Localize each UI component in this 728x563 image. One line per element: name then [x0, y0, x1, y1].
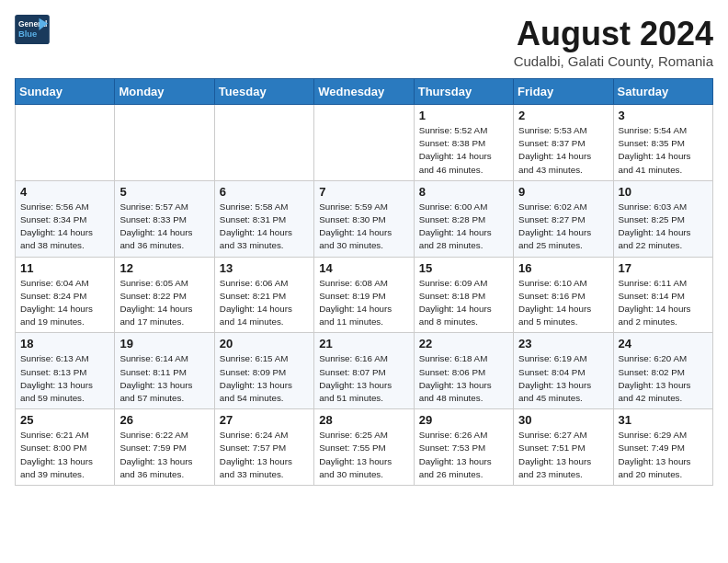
calendar-cell: 3Sunrise: 5:54 AM Sunset: 8:35 PM Daylig… [613, 105, 712, 181]
day-info: Sunrise: 6:06 AM Sunset: 8:21 PM Dayligh… [220, 277, 309, 329]
day-info: Sunrise: 6:10 AM Sunset: 8:16 PM Dayligh… [518, 277, 608, 329]
day-info: Sunrise: 6:27 AM Sunset: 7:51 PM Dayligh… [518, 429, 608, 481]
day-number: 20 [220, 337, 309, 350]
day-number: 10 [619, 185, 708, 199]
day-info: Sunrise: 6:15 AM Sunset: 8:09 PM Dayligh… [220, 352, 309, 405]
day-info: Sunrise: 6:25 AM Sunset: 7:55 PM Dayligh… [319, 429, 408, 481]
calendar-cell: 15Sunrise: 6:09 AM Sunset: 8:18 PM Dayli… [414, 257, 513, 333]
day-number: 12 [119, 261, 209, 275]
day-info: Sunrise: 6:13 AM Sunset: 8:13 PM Dayligh… [20, 352, 109, 405]
day-info: Sunrise: 6:09 AM Sunset: 8:18 PM Dayligh… [419, 277, 508, 329]
calendar-cell: 25Sunrise: 6:21 AM Sunset: 8:00 PM Dayli… [16, 409, 115, 486]
day-number: 19 [119, 337, 209, 350]
day-number: 22 [419, 337, 508, 350]
day-info: Sunrise: 5:57 AM Sunset: 8:33 PM Dayligh… [119, 201, 209, 253]
day-number: 14 [319, 261, 408, 275]
day-number: 7 [319, 185, 408, 199]
location-subtitle: Cudalbi, Galati County, Romania [514, 53, 713, 69]
day-number: 8 [419, 185, 508, 199]
weekday-header-wednesday: Wednesday [314, 79, 414, 105]
calendar-week-row: 18Sunrise: 6:13 AM Sunset: 8:13 PM Dayli… [16, 333, 713, 409]
day-number: 2 [518, 109, 608, 122]
day-info: Sunrise: 6:26 AM Sunset: 7:53 PM Dayligh… [419, 429, 508, 481]
day-info: Sunrise: 6:04 AM Sunset: 8:24 PM Dayligh… [20, 277, 109, 329]
day-number: 30 [518, 413, 608, 427]
day-number: 13 [220, 261, 309, 275]
day-number: 5 [119, 185, 209, 199]
day-info: Sunrise: 6:00 AM Sunset: 8:28 PM Dayligh… [419, 201, 508, 253]
calendar-cell: 22Sunrise: 6:18 AM Sunset: 8:06 PM Dayli… [414, 333, 513, 409]
day-number: 6 [220, 185, 309, 199]
calendar-cell: 27Sunrise: 6:24 AM Sunset: 7:57 PM Dayli… [214, 409, 313, 486]
calendar-cell: 10Sunrise: 6:03 AM Sunset: 8:25 PM Dayli… [613, 180, 712, 257]
weekday-header-row: SundayMondayTuesdayWednesdayThursdayFrid… [16, 79, 713, 105]
day-info: Sunrise: 6:02 AM Sunset: 8:27 PM Dayligh… [518, 201, 608, 253]
calendar-cell: 18Sunrise: 6:13 AM Sunset: 8:13 PM Dayli… [16, 333, 115, 409]
day-info: Sunrise: 6:14 AM Sunset: 8:11 PM Dayligh… [119, 352, 209, 405]
calendar-cell: 14Sunrise: 6:08 AM Sunset: 8:19 PM Dayli… [314, 257, 414, 333]
calendar-cell [314, 105, 414, 181]
calendar-cell: 21Sunrise: 6:16 AM Sunset: 8:07 PM Dayli… [314, 333, 414, 409]
calendar-cell [214, 105, 313, 181]
day-info: Sunrise: 6:11 AM Sunset: 8:14 PM Dayligh… [619, 277, 708, 329]
day-info: Sunrise: 6:18 AM Sunset: 8:06 PM Dayligh… [419, 352, 508, 405]
day-info: Sunrise: 6:16 AM Sunset: 8:07 PM Dayligh… [319, 352, 408, 405]
day-info: Sunrise: 5:52 AM Sunset: 8:38 PM Dayligh… [419, 124, 508, 177]
weekday-header-sunday: Sunday [16, 79, 115, 105]
day-number: 28 [319, 413, 408, 427]
weekday-header-saturday: Saturday [613, 79, 712, 105]
calendar-cell: 24Sunrise: 6:20 AM Sunset: 8:02 PM Dayli… [613, 333, 712, 409]
calendar-week-row: 11Sunrise: 6:04 AM Sunset: 8:24 PM Dayli… [16, 257, 713, 333]
calendar-cell: 30Sunrise: 6:27 AM Sunset: 7:51 PM Dayli… [514, 409, 613, 486]
calendar-cell: 13Sunrise: 6:06 AM Sunset: 8:21 PM Dayli… [214, 257, 313, 333]
day-number: 18 [20, 337, 109, 350]
day-info: Sunrise: 6:20 AM Sunset: 8:02 PM Dayligh… [619, 352, 708, 405]
day-info: Sunrise: 6:21 AM Sunset: 8:00 PM Dayligh… [20, 429, 109, 481]
calendar-cell: 23Sunrise: 6:19 AM Sunset: 8:04 PM Dayli… [514, 333, 613, 409]
calendar-cell: 29Sunrise: 6:26 AM Sunset: 7:53 PM Dayli… [414, 409, 513, 486]
title-area: August 2024 Cudalbi, Galati County, Roma… [514, 15, 713, 69]
day-info: Sunrise: 5:59 AM Sunset: 8:30 PM Dayligh… [319, 201, 408, 253]
weekday-header-monday: Monday [115, 79, 214, 105]
calendar-cell: 5Sunrise: 5:57 AM Sunset: 8:33 PM Daylig… [115, 180, 214, 257]
calendar-cell: 8Sunrise: 6:00 AM Sunset: 8:28 PM Daylig… [414, 180, 513, 257]
day-number: 29 [419, 413, 508, 427]
calendar-cell: 11Sunrise: 6:04 AM Sunset: 8:24 PM Dayli… [16, 257, 115, 333]
weekday-header-thursday: Thursday [414, 79, 513, 105]
day-number: 15 [419, 261, 508, 275]
day-number: 26 [119, 413, 209, 427]
weekday-header-friday: Friday [514, 79, 613, 105]
day-info: Sunrise: 5:54 AM Sunset: 8:35 PM Dayligh… [619, 124, 708, 177]
logo: General Blue [15, 15, 50, 44]
day-info: Sunrise: 5:58 AM Sunset: 8:31 PM Dayligh… [220, 201, 309, 253]
day-info: Sunrise: 6:03 AM Sunset: 8:25 PM Dayligh… [619, 201, 708, 253]
day-number: 31 [619, 413, 708, 427]
weekday-header-tuesday: Tuesday [214, 79, 313, 105]
calendar-cell: 2Sunrise: 5:53 AM Sunset: 8:37 PM Daylig… [514, 105, 613, 181]
day-info: Sunrise: 5:56 AM Sunset: 8:34 PM Dayligh… [20, 201, 109, 253]
calendar-cell: 4Sunrise: 5:56 AM Sunset: 8:34 PM Daylig… [16, 180, 115, 257]
day-info: Sunrise: 6:08 AM Sunset: 8:19 PM Dayligh… [319, 277, 408, 329]
day-number: 27 [220, 413, 309, 427]
calendar-cell: 28Sunrise: 6:25 AM Sunset: 7:55 PM Dayli… [314, 409, 414, 486]
calendar-cell: 31Sunrise: 6:29 AM Sunset: 7:49 PM Dayli… [613, 409, 712, 486]
calendar-week-row: 25Sunrise: 6:21 AM Sunset: 8:00 PM Dayli… [16, 409, 713, 486]
calendar-week-row: 4Sunrise: 5:56 AM Sunset: 8:34 PM Daylig… [16, 180, 713, 257]
day-number: 17 [619, 261, 708, 275]
day-number: 24 [619, 337, 708, 350]
calendar-cell: 20Sunrise: 6:15 AM Sunset: 8:09 PM Dayli… [214, 333, 313, 409]
calendar-cell: 17Sunrise: 6:11 AM Sunset: 8:14 PM Dayli… [613, 257, 712, 333]
calendar-cell: 9Sunrise: 6:02 AM Sunset: 8:27 PM Daylig… [514, 180, 613, 257]
day-info: Sunrise: 5:53 AM Sunset: 8:37 PM Dayligh… [518, 124, 608, 177]
day-number: 3 [619, 109, 708, 122]
day-info: Sunrise: 6:29 AM Sunset: 7:49 PM Dayligh… [619, 429, 708, 481]
day-number: 9 [518, 185, 608, 199]
day-number: 1 [419, 109, 508, 122]
calendar-cell: 1Sunrise: 5:52 AM Sunset: 8:38 PM Daylig… [414, 105, 513, 181]
day-info: Sunrise: 6:24 AM Sunset: 7:57 PM Dayligh… [220, 429, 309, 481]
calendar-cell [115, 105, 214, 181]
day-number: 21 [319, 337, 408, 350]
day-info: Sunrise: 6:22 AM Sunset: 7:59 PM Dayligh… [119, 429, 209, 481]
calendar-cell: 12Sunrise: 6:05 AM Sunset: 8:22 PM Dayli… [115, 257, 214, 333]
calendar-week-row: 1Sunrise: 5:52 AM Sunset: 8:38 PM Daylig… [16, 105, 713, 181]
